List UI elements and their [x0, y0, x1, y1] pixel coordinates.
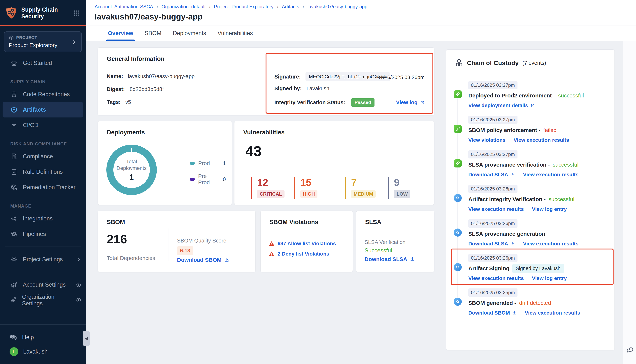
download-sbom-link[interactable]: Download SBOM: [468, 310, 517, 316]
breadcrumb-project[interactable]: Project: Product Exploratory: [214, 4, 274, 10]
cicd-infinity-icon: [10, 122, 18, 129]
field-value: lavakush07/easy-buggy-app: [128, 73, 195, 80]
view-violations-link[interactable]: View violations: [468, 137, 506, 143]
deny-list-violations-link[interactable]: 2 Deny list Violations: [269, 251, 329, 257]
sidebar-item-label: Help: [22, 334, 34, 341]
chain-timeline: 01/16/2025 03:27pm Deployed to Prod2 env…: [454, 81, 609, 323]
tab-vulnerabilities[interactable]: Vulnerabilities: [216, 26, 254, 41]
field-value: Lavakush: [306, 86, 329, 92]
sidebar-item-integrations[interactable]: Integrations: [0, 211, 86, 226]
remediation-box-icon: [10, 184, 18, 191]
severity-count: 7: [351, 178, 376, 187]
field-label: Tags:: [107, 99, 121, 105]
sidebar-section-risk-compliance: RISK AND COMPLIANCE: [10, 141, 86, 146]
rule-clipboard-icon: [10, 168, 18, 176]
vertical-divider: [266, 64, 266, 110]
breadcrumb-separator: ›: [209, 4, 210, 10]
legend-label: Prod: [198, 160, 210, 166]
sidebar-section-supply-chain: SUPPLY CHAIN: [10, 79, 86, 84]
signature-timestamp: 01/16/2025 03:26pm: [377, 74, 425, 80]
card-title: SBOM: [107, 218, 125, 226]
page-title: lavakush07/easy-buggy-app: [95, 12, 636, 21]
sidebar-collapse-handle[interactable]: ◀: [83, 331, 90, 346]
event-slsa-provenance-generation: 01/16/2025 03:26pm SLSA provenance gener…: [454, 219, 609, 246]
view-log-entry-link[interactable]: View log entry: [532, 276, 567, 281]
download-slsa-link[interactable]: Download SLSA: [365, 256, 415, 262]
sidebar-item-project-settings[interactable]: Project Settings: [0, 252, 86, 267]
view-execution-results-link[interactable]: View execution results: [523, 241, 578, 247]
slsa-card: SLSA SLSA Verification Successful Downlo…: [356, 211, 434, 272]
external-link-icon: [420, 100, 425, 105]
field-label: Signed by:: [274, 86, 302, 92]
allow-list-violations-link[interactable]: 637 Allow list Violations: [269, 241, 336, 246]
compliance-doc-icon: [10, 153, 18, 160]
link-label: View log entry: [532, 276, 567, 281]
chevron-right-icon: [71, 39, 77, 44]
field-signed-by: Signed by: Lavakush: [274, 86, 329, 92]
feedback-chat-icon[interactable]: [626, 346, 634, 354]
sidebar-item-label: Organization Settings: [22, 294, 71, 307]
event-deployed-prod2: 01/16/2025 03:27pm Deployed to Prod2 env…: [454, 81, 609, 108]
breadcrumb-current[interactable]: lavakush07/easy-buggy-app: [307, 4, 367, 10]
tab-overview[interactable]: Overview: [106, 26, 135, 41]
view-log-entry-link[interactable]: View log entry: [532, 206, 567, 212]
sidebar-section-manage: MANAGE: [10, 204, 86, 209]
sidebar-item-rule-definitions[interactable]: Rule Definitions: [0, 164, 86, 180]
link-label: View execution results: [468, 206, 524, 212]
tab-deployments[interactable]: Deployments: [171, 26, 208, 41]
deployments-donut-chart: Total Deployments 1: [106, 145, 157, 195]
link-label: View log: [396, 100, 418, 106]
sidebar-item-account-settings[interactable]: Account Settings: [0, 277, 86, 292]
sidebar-divider: [5, 272, 81, 272]
sidebar-item-pipelines[interactable]: Pipelines: [0, 226, 86, 242]
sidebar-item-compliance[interactable]: Compliance: [0, 149, 86, 164]
view-execution-results-link[interactable]: View execution results: [525, 310, 580, 316]
field-name: Name: lavakush07/easy-buggy-app: [107, 73, 194, 80]
sidebar-item-help[interactable]: Help: [0, 330, 86, 344]
link-label: View execution results: [523, 172, 578, 178]
sidebar-item-cicd[interactable]: CI/CD: [0, 118, 86, 133]
download-slsa-link[interactable]: Download SLSA: [468, 172, 515, 178]
sidebar-item-label: Compliance: [23, 153, 53, 160]
chevron-left-icon: ◀: [85, 336, 88, 341]
sidebar: Supply Chain Security PROJECT Product Ex…: [0, 0, 86, 364]
link-label: Download SLSA: [468, 172, 508, 178]
artifacts-cube-icon: [10, 106, 18, 114]
card-title: SBOM Violations: [269, 218, 318, 226]
sidebar-item-get-started[interactable]: Get Started: [0, 55, 86, 71]
sidebar-item-organization-settings[interactable]: Organization Settings: [0, 292, 86, 308]
link-chain-icon: [454, 125, 462, 133]
view-log-link[interactable]: View log: [396, 100, 425, 106]
view-execution-results-link[interactable]: View execution results: [468, 276, 524, 281]
donut-center-value: 1: [129, 172, 134, 182]
sidebar-item-remediation-tracker[interactable]: Remediation Tracker: [0, 180, 86, 195]
app-switcher-grid-icon[interactable]: [73, 10, 80, 16]
view-execution-results-link[interactable]: View execution results: [468, 206, 524, 212]
breadcrumb-artifacts[interactable]: Artifacts: [282, 4, 299, 10]
info-icon[interactable]: [76, 282, 81, 288]
sidebar-item-code-repositories[interactable]: Code Repositories: [0, 86, 86, 102]
download-slsa-link[interactable]: Download SLSA: [468, 241, 515, 247]
download-sbom-link[interactable]: Download SBOM: [177, 257, 229, 263]
right-rail: [623, 41, 636, 364]
view-execution-results-link[interactable]: View execution results: [514, 137, 569, 143]
sbom-total: 216: [107, 232, 127, 246]
sbom-card: SBOM 216 Total Dependencies SBOM Quality…: [98, 211, 256, 272]
external-link-icon: [530, 103, 535, 108]
project-selector[interactable]: PROJECT Product Exploratory: [4, 32, 82, 52]
view-execution-results-link[interactable]: View execution results: [523, 172, 578, 178]
breadcrumb-organization[interactable]: Organization: default: [161, 4, 206, 10]
deployments-card: Deployments Total Deployments 1 Prod 1: [98, 121, 232, 205]
legend-swatch: [190, 162, 195, 165]
user-menu[interactable]: L Lavakush: [0, 344, 86, 359]
view-deployment-details-link[interactable]: View deployment details: [468, 102, 535, 108]
sidebar-item-artifacts[interactable]: Artifacts: [3, 102, 83, 118]
breadcrumb-account[interactable]: Account: Automation-SSCA: [95, 4, 153, 10]
event-status: failed: [543, 127, 557, 133]
event-title: SLSA provenance verification -: [468, 162, 550, 168]
event-status: successful: [558, 92, 584, 99]
scan-magnifier-icon: [454, 228, 462, 236]
field-digest: Digest: 8d23bd3b5d8f: [107, 86, 164, 92]
info-icon[interactable]: [76, 298, 81, 303]
tab-sbom[interactable]: SBOM: [143, 26, 163, 41]
